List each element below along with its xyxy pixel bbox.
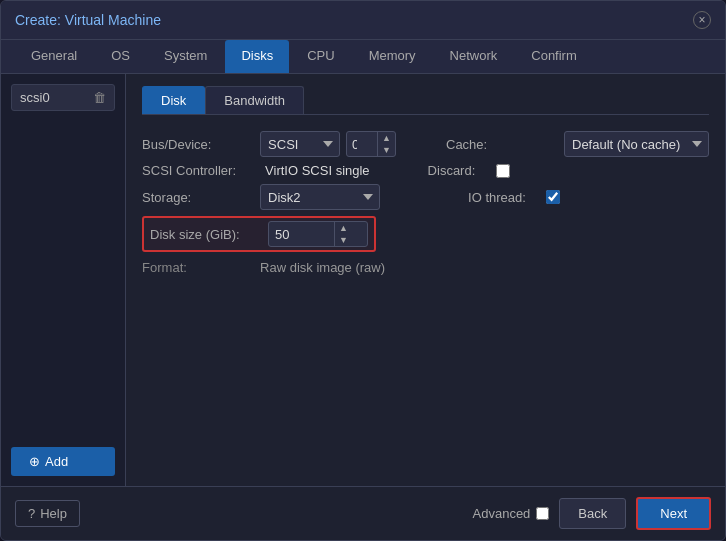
help-button[interactable]: ? Help	[15, 500, 80, 527]
footer-right: Advanced Back Next	[473, 497, 711, 530]
storage-select[interactable]: Disk2 local local-lvm	[260, 184, 380, 210]
device-num-spinbox: 0 ▲ ▼	[346, 131, 396, 157]
list-item[interactable]: scsi0 🗑	[11, 84, 115, 111]
tab-network[interactable]: Network	[434, 40, 514, 73]
bus-device-controls: SCSI IDE SATA VirtIO 0 ▲ ▼	[260, 131, 396, 157]
tab-confirm[interactable]: Confirm	[515, 40, 593, 73]
help-label: Help	[40, 506, 67, 521]
storage-io-row: Storage: Disk2 local local-lvm IO thread…	[142, 184, 709, 210]
footer: ? Help Advanced Back Next	[1, 486, 725, 540]
add-disk-button[interactable]: ⊕ Add	[11, 447, 115, 476]
add-icon: ⊕	[29, 454, 40, 469]
disk-size-group: Disk size (GiB): 50 ▲ ▼	[142, 216, 376, 252]
disk-panel: Disk Bandwidth Bus/Device: SCSI IDE SATA	[126, 74, 725, 486]
tab-system[interactable]: System	[148, 40, 223, 73]
next-button[interactable]: Next	[636, 497, 711, 530]
sub-tabs: Disk Bandwidth	[142, 86, 709, 115]
discard-group: Discard:	[428, 163, 510, 178]
disk-size-arrows: ▲ ▼	[334, 222, 352, 246]
bus-select[interactable]: SCSI IDE SATA VirtIO	[260, 131, 340, 157]
disk-item-label: scsi0	[20, 90, 50, 105]
discard-label: Discard:	[428, 163, 488, 178]
help-icon: ?	[28, 506, 35, 521]
tab-memory[interactable]: Memory	[353, 40, 432, 73]
virtual-machine-dialog: Create: Virtual Machine × General OS Sys…	[0, 0, 726, 541]
sub-tab-bandwidth[interactable]: Bandwidth	[205, 86, 304, 114]
tabs-bar: General OS System Disks CPU Memory Netwo…	[1, 40, 725, 74]
window-title: Create: Virtual Machine	[15, 12, 161, 28]
sidebar: scsi0 🗑 ⊕ Add	[1, 74, 126, 486]
format-label: Format:	[142, 260, 252, 275]
scsi-controller-group: SCSI Controller: VirtIO SCSI single	[142, 163, 370, 178]
storage-group: Storage: Disk2 local local-lvm	[142, 184, 380, 210]
disk-list: scsi0 🗑	[11, 84, 115, 111]
scsi-discard-row: SCSI Controller: VirtIO SCSI single Disc…	[142, 163, 709, 178]
discard-checkbox-wrap	[496, 164, 510, 178]
disk-size-spinbox: 50 ▲ ▼	[268, 221, 368, 247]
device-num-arrows: ▲ ▼	[377, 132, 395, 156]
format-row: Format: Raw disk image (raw)	[142, 258, 709, 277]
cache-group: Cache: Default (No cache) No cache Write…	[446, 131, 709, 157]
format-value: Raw disk image (raw)	[260, 260, 385, 275]
io-thread-group: IO thread:	[468, 190, 560, 205]
main-content: scsi0 🗑 ⊕ Add Disk Bandwidth Bus/D	[1, 74, 725, 486]
cache-select[interactable]: Default (No cache) No cache Write throug…	[564, 131, 709, 157]
advanced-wrap: Advanced	[473, 506, 550, 521]
disk-size-highlighted-row: Disk size (GiB): 50 ▲ ▼	[142, 216, 709, 252]
titlebar: Create: Virtual Machine ×	[1, 1, 725, 40]
advanced-checkbox[interactable]	[536, 507, 549, 520]
tab-cpu[interactable]: CPU	[291, 40, 350, 73]
io-thread-checkbox-wrap	[546, 190, 560, 204]
disk-size-input[interactable]: 50	[269, 227, 334, 242]
disk-size-label: Disk size (GiB):	[150, 227, 260, 242]
discard-checkbox[interactable]	[496, 164, 510, 178]
io-thread-label: IO thread:	[468, 190, 538, 205]
io-thread-checkbox[interactable]	[546, 190, 560, 204]
disk-size-up[interactable]: ▲	[335, 222, 352, 234]
device-num-input[interactable]: 0	[347, 137, 377, 152]
close-button[interactable]: ×	[693, 11, 711, 29]
tab-disks[interactable]: Disks	[225, 40, 289, 73]
tab-general[interactable]: General	[15, 40, 93, 73]
cache-label: Cache:	[446, 137, 556, 152]
sub-tab-disk[interactable]: Disk	[142, 86, 205, 114]
disk-form: Bus/Device: SCSI IDE SATA VirtIO 0	[142, 125, 709, 283]
disk-size-down[interactable]: ▼	[335, 234, 352, 246]
scsi-controller-label: SCSI Controller:	[142, 163, 257, 178]
bus-device-label: Bus/Device:	[142, 137, 252, 152]
add-label: Add	[45, 454, 68, 469]
back-button[interactable]: Back	[559, 498, 626, 529]
scsi-controller-value: VirtIO SCSI single	[265, 163, 370, 178]
tab-os[interactable]: OS	[95, 40, 146, 73]
storage-label: Storage:	[142, 190, 252, 205]
device-num-down[interactable]: ▼	[378, 144, 395, 156]
advanced-label: Advanced	[473, 506, 531, 521]
footer-left: ? Help	[15, 500, 80, 527]
delete-disk-icon[interactable]: 🗑	[93, 90, 106, 105]
bus-device-group: Bus/Device: SCSI IDE SATA VirtIO 0	[142, 131, 396, 157]
device-num-up[interactable]: ▲	[378, 132, 395, 144]
